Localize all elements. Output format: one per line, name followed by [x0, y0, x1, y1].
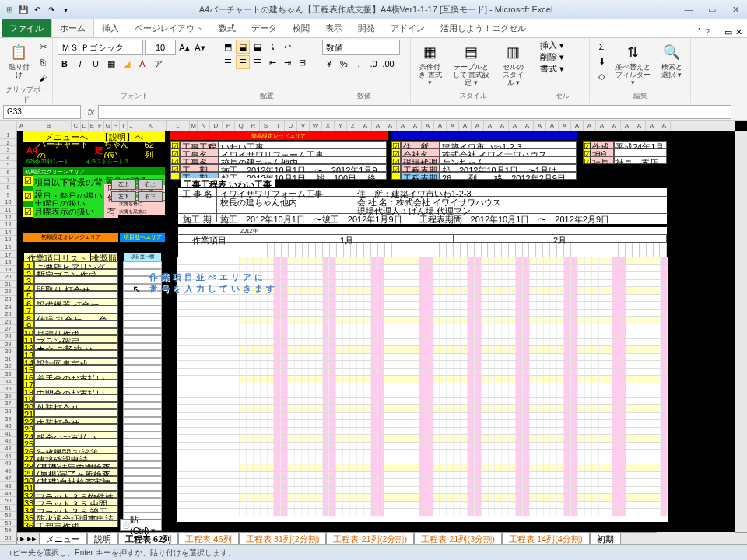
tab-home[interactable]: ホーム: [51, 19, 94, 37]
gantt-row[interactable]: [177, 450, 668, 457]
vertical-scrollbar[interactable]: [735, 131, 747, 532]
task-row[interactable]: 2暫定プラン作成: [23, 269, 118, 277]
gantt-row[interactable]: [177, 346, 668, 354]
task-row[interactable]: 3: [23, 276, 118, 284]
clear-icon[interactable]: ◇: [594, 69, 608, 83]
bold-button[interactable]: B: [58, 57, 72, 71]
sort-cell[interactable]: [123, 343, 162, 351]
autosum-icon[interactable]: Σ: [594, 40, 608, 54]
fill-color-button[interactable]: ◢: [120, 57, 134, 71]
gantt-row[interactable]: [177, 464, 668, 472]
arrow-ul-button[interactable]: 左上: [111, 179, 136, 190]
wrap-text-icon[interactable]: ↩: [280, 40, 294, 54]
task-row[interactable]: 25: [23, 439, 118, 446]
gantt-row[interactable]: [177, 502, 668, 509]
indent-inc-icon[interactable]: ⇥: [280, 55, 294, 69]
gantt-row[interactable]: [177, 494, 668, 502]
sort-cell[interactable]: [123, 476, 162, 484]
italic-button[interactable]: I: [73, 57, 87, 71]
sheet-tab[interactable]: 工程表 14列(4分割): [502, 532, 590, 545]
table-format-button[interactable]: ▤テーブルとして 書式設定 ▾: [448, 40, 494, 89]
fx-label[interactable]: fx: [84, 107, 98, 117]
task-row[interactable]: 10見積り作成: [23, 328, 118, 336]
task-row[interactable]: 8仕様 打合せ 色決定: [23, 313, 118, 321]
sheet-tab[interactable]: 工程表 21列(2分割): [326, 532, 414, 545]
win-close-icon[interactable]: ✕: [735, 27, 742, 37]
qat-more-icon[interactable]: ▾: [59, 3, 72, 16]
sheet-tab[interactable]: 工程表 46列: [178, 532, 238, 545]
sort-cell[interactable]: [123, 373, 162, 380]
tab-use[interactable]: 活用しよう！エクセル: [433, 19, 534, 37]
gantt-row[interactable]: [177, 331, 668, 339]
tab-insert[interactable]: 挿入: [94, 19, 127, 37]
gantt-row[interactable]: [177, 435, 668, 443]
arrow-dr-button[interactable]: 右下: [138, 191, 163, 202]
task-row[interactable]: 18中間金のお支払い: [23, 387, 118, 395]
align-right-icon[interactable]: ☰: [251, 55, 265, 69]
task-row[interactable]: 14設計図書完成: [23, 358, 118, 366]
gantt-row[interactable]: [177, 457, 668, 465]
sheet-tab[interactable]: 初期: [590, 532, 621, 545]
sort-cell[interactable]: [123, 320, 162, 328]
gantt-row[interactable]: [177, 398, 668, 406]
gantt-row[interactable]: [177, 361, 668, 369]
task-row[interactable]: 28(基礎)法定中間検査: [23, 461, 118, 469]
align-center-icon[interactable]: ☰: [236, 55, 250, 69]
gantt-row[interactable]: [177, 390, 668, 398]
task-row[interactable]: 27建築確認申請: [23, 453, 118, 461]
gantt-row[interactable]: [177, 317, 668, 324]
gantt-row[interactable]: [177, 428, 668, 436]
fill-icon[interactable]: ⬇: [594, 54, 608, 68]
font-color-button[interactable]: A: [135, 57, 149, 71]
align-left-icon[interactable]: ☰: [221, 55, 235, 69]
close-icon[interactable]: ✕: [727, 5, 744, 15]
undo-icon[interactable]: ↶: [31, 3, 44, 16]
win-min-icon[interactable]: —: [713, 27, 721, 37]
gantt-row[interactable]: [177, 310, 668, 317]
sort-cell[interactable]: [123, 299, 162, 306]
sort-cell[interactable]: [123, 453, 162, 461]
save-icon[interactable]: 💾: [17, 3, 30, 16]
gantt-row[interactable]: [177, 479, 668, 487]
task-row[interactable]: 35防火適合証明書申請: [23, 513, 118, 520]
sort-filter-button[interactable]: ⇅並べ替えと フィルター ▾: [612, 40, 654, 89]
sort-cell[interactable]: [123, 358, 162, 366]
dec-decimal-icon[interactable]: .00: [381, 57, 395, 71]
tab-formula[interactable]: 数式: [211, 19, 244, 37]
gantt-row[interactable]: [177, 487, 668, 495]
delete-button[interactable]: 削除 ▾: [540, 51, 564, 63]
task-row[interactable]: 24残金のお支払い: [23, 432, 118, 439]
format-button[interactable]: 書式 ▾: [540, 63, 564, 75]
sort-cell[interactable]: [123, 439, 162, 446]
tab-layout[interactable]: ページレイアウト: [127, 19, 211, 37]
task-row[interactable]: 12★☆ ご契約 ♪♪: [23, 343, 118, 351]
gantt-row[interactable]: [177, 472, 668, 480]
align-middle-icon[interactable]: ⬓: [236, 40, 250, 54]
task-row[interactable]: 29(屋根)完了ヶ所検査: [23, 468, 118, 476]
task-row[interactable]: 13: [23, 350, 118, 358]
name-box[interactable]: [3, 105, 81, 119]
task-row[interactable]: 15: [23, 365, 118, 373]
redo-icon[interactable]: ↷: [45, 3, 58, 16]
number-format-select[interactable]: [322, 40, 400, 55]
task-row[interactable]: 31: [23, 483, 118, 491]
paste-button[interactable]: 📋 貼り付け: [5, 40, 33, 81]
minimize-icon[interactable]: —: [680, 5, 697, 15]
shrink-font-icon[interactable]: A▾: [193, 40, 207, 54]
sort-cell[interactable]: [123, 409, 162, 417]
help-icon[interactable]: ?: [705, 27, 710, 37]
task-row[interactable]: 23: [23, 424, 118, 432]
format-painter-icon[interactable]: 🖌: [36, 71, 50, 85]
sheet-tab[interactable]: 工程表 21列(3分割): [414, 532, 502, 545]
tab-addin[interactable]: アドイン: [383, 19, 433, 37]
task-row[interactable]: 7: [23, 306, 118, 313]
task-row[interactable]: 6設備機器 打合せ: [23, 299, 118, 306]
gantt-row[interactable]: [177, 413, 668, 421]
win-max-icon[interactable]: ▭: [724, 27, 732, 37]
cell-style-button[interactable]: ▥セルの スタイル ▾: [497, 40, 530, 89]
task-row[interactable]: 17: [23, 380, 118, 387]
task-row[interactable]: 16着手金のお支払い: [23, 373, 118, 380]
sort-cell[interactable]: [123, 491, 162, 499]
sort-cell[interactable]: [123, 328, 162, 336]
checkbox[interactable]: ☑: [23, 176, 33, 186]
